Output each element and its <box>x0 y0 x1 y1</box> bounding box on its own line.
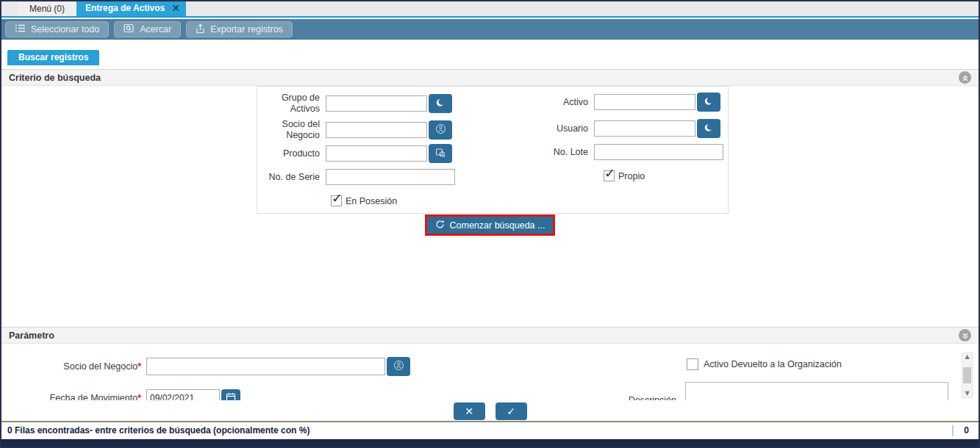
criteria-form: Grupo de Activos Socio del Negocio Produ… <box>257 86 729 214</box>
product-lookup-button[interactable] <box>429 144 452 163</box>
tab-label: Entrega de Activos <box>85 0 165 16</box>
export-label: Exportar registros <box>210 24 283 35</box>
lot-no-label: No. Lote <box>526 147 588 158</box>
asset-group-label: Grupo de Activos <box>257 93 320 115</box>
zoom-icon <box>124 24 135 35</box>
asset-group-row: Grupo de Activos <box>257 93 452 115</box>
serial-no-label: No. de Serie <box>257 172 320 183</box>
product-label: Producto <box>257 148 320 159</box>
search-button-area: Comenzar búsqueda ... <box>1 214 979 236</box>
owned-checkbox[interactable]: ✓ <box>604 170 615 181</box>
description-label: Descripción <box>581 395 676 400</box>
scrollbar-thumb[interactable] <box>963 367 971 383</box>
product-input[interactable] <box>326 145 427 162</box>
confirm-check-icon: ✓ <box>507 405 515 417</box>
refresh-icon <box>435 220 445 231</box>
crescent-lookup-icon <box>704 96 714 108</box>
status-bar: 0 Filas encontradas- entre criterios de … <box>1 422 979 439</box>
person-circle-icon <box>435 123 446 137</box>
user-input[interactable] <box>594 120 695 137</box>
close-icon[interactable]: ✕ <box>171 3 180 13</box>
movement-date-label: Fecha de Movimiento* <box>1 393 141 400</box>
app-window: Menú (0) Entrega de Activos ✕ Selecciona… <box>0 0 980 448</box>
select-all-label: Seleccionar todo <box>31 24 99 35</box>
param-business-partner-label: Socio del Negocio* <box>1 361 141 372</box>
collapse-criteria-button[interactable] <box>959 71 971 84</box>
tab-entrega-de-activos[interactable]: Entrega de Activos ✕ <box>76 0 186 16</box>
serial-no-input[interactable] <box>326 169 455 185</box>
lot-no-input[interactable] <box>594 144 723 160</box>
chevron-down-icon <box>962 329 969 342</box>
cancel-button[interactable]: ✕ <box>454 402 485 420</box>
calendar-icon <box>226 392 236 401</box>
window-tabbar: Menú (0) Entrega de Activos ✕ <box>1 1 979 18</box>
zoom-label: Acercar <box>140 24 171 35</box>
calendar-button[interactable] <box>221 389 240 400</box>
select-all-button[interactable]: Seleccionar todo <box>5 21 109 37</box>
product-search-icon <box>435 148 446 160</box>
start-search-button[interactable]: Comenzar búsqueda ... <box>427 217 554 234</box>
asset-group-input[interactable] <box>326 95 427 112</box>
checkmark-icon: ✓ <box>604 165 615 181</box>
export-records-button[interactable]: Exportar registros <box>186 21 293 37</box>
record-count: 0 <box>964 425 969 436</box>
checkmark-icon: ✓ <box>332 190 343 206</box>
vertical-scrollbar[interactable]: ▲ ▼ <box>962 353 973 398</box>
user-label: Usuario <box>526 123 588 134</box>
business-partner-lookup-button[interactable] <box>429 120 452 140</box>
person-circle-icon <box>393 360 404 373</box>
movement-date-input[interactable] <box>146 389 220 400</box>
user-row: Usuario <box>526 119 720 138</box>
crescent-lookup-icon <box>436 98 446 109</box>
asset-returned-checkbox[interactable] <box>687 358 698 370</box>
criteria-title: Criterio de búsqueda <box>9 73 101 83</box>
asset-input[interactable] <box>594 94 695 110</box>
confirm-button[interactable]: ✓ <box>496 402 527 420</box>
in-possession-checkbox[interactable]: ✓ <box>331 195 342 206</box>
param-business-partner-lookup-button[interactable] <box>387 357 410 376</box>
serial-no-row: No. de Serie <box>257 169 455 185</box>
owned-label: Propio <box>618 171 645 181</box>
asset-label: Activo <box>526 97 588 108</box>
count-separator <box>952 425 954 436</box>
confirm-panel: ✕ ✓ <box>1 402 979 420</box>
asset-group-lookup-button[interactable] <box>429 94 452 113</box>
crescent-lookup-icon <box>704 123 714 134</box>
parameter-form: Socio del Negocio* Activo Devuelto a la … <box>1 344 979 400</box>
zoom-button[interactable]: Acercar <box>114 21 181 37</box>
asset-row: Activo <box>526 93 720 112</box>
status-message: 0 Filas encontradas- entre criterios de … <box>7 425 310 436</box>
movement-date-row: Fecha de Movimiento* <box>1 389 240 400</box>
in-possession-label: En Posesión <box>346 196 397 206</box>
scroll-up-icon[interactable]: ▲ <box>965 354 969 360</box>
description-row: Descripción <box>581 382 948 400</box>
product-row: Producto <box>257 144 452 163</box>
required-marker: * <box>137 361 141 372</box>
description-textarea[interactable] <box>685 382 948 400</box>
business-partner-row: Socio del Negocio <box>257 119 452 141</box>
param-business-partner-row: Socio del Negocio* <box>1 357 410 376</box>
highlight-box: Comenzar búsqueda ... <box>425 214 556 236</box>
list-icon <box>15 24 26 35</box>
expand-parameter-button[interactable] <box>959 329 971 342</box>
required-marker: * <box>137 393 141 400</box>
cancel-x-icon: ✕ <box>465 405 473 417</box>
business-partner-label: Socio del Negocio <box>257 119 320 141</box>
owned-row: ✓ Propio <box>604 170 645 181</box>
param-business-partner-input[interactable] <box>146 358 385 375</box>
asset-returned-label: Activo Devuelto a la Organización <box>704 359 842 369</box>
parameter-title: Parámetro <box>9 330 54 341</box>
in-possession-row: ✓ En Posesión <box>331 195 397 206</box>
start-search-label: Comenzar búsqueda ... <box>450 220 546 231</box>
criteria-header: Criterio de búsqueda <box>1 69 979 86</box>
asset-returned-row: Activo Devuelto a la Organización <box>687 358 842 370</box>
business-partner-input[interactable] <box>326 122 427 138</box>
asset-lookup-button[interactable] <box>697 93 720 112</box>
tab-buscar-registros[interactable]: Buscar registros <box>7 50 99 65</box>
user-lookup-button[interactable] <box>697 119 720 138</box>
scroll-down-icon[interactable]: ▼ <box>965 391 969 397</box>
toolbar: Seleccionar todo Acercar Exportar regist… <box>1 19 979 40</box>
lot-no-row: No. Lote <box>526 144 723 160</box>
export-icon <box>196 24 205 36</box>
tab-menu[interactable]: Menú (0) <box>18 1 76 16</box>
